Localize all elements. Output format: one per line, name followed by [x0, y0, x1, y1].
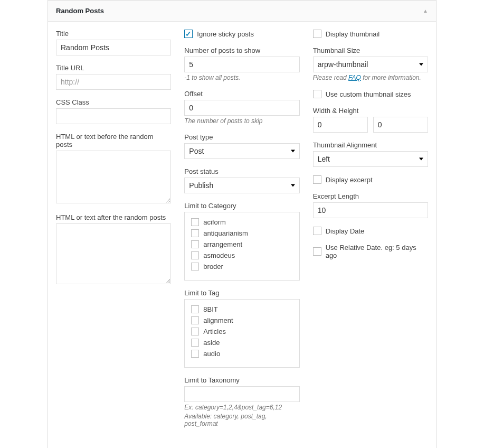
limit-taxonomy-help1: Ex: category=1,2,4&post_tag=6,12 [184, 404, 299, 411]
display-excerpt-label[interactable]: Display excerpt [326, 176, 373, 184]
category-label: arrangement [203, 240, 242, 248]
before-html-label: HTML or text before the random posts [56, 133, 171, 148]
column-left: Title Title URL CSS Class HTML or text b… [56, 30, 171, 436]
tag-checkbox[interactable] [191, 339, 199, 347]
width-input[interactable] [313, 117, 368, 133]
tag-checkbox[interactable] [191, 328, 199, 335]
limit-tag-label: Limit to Tag [184, 289, 299, 297]
limit-taxonomy-input[interactable] [184, 386, 299, 402]
tag-checkbox[interactable] [191, 305, 199, 313]
title-label: Title [56, 30, 171, 38]
num-posts-label: Number of posts to show [184, 46, 299, 54]
column-right: Display thumbnail Thumbnail Size arpw-th… [313, 30, 428, 436]
thumbnail-size-help: Please read FAQ for more information. [313, 74, 428, 81]
use-custom-thumb-checkbox[interactable] [313, 90, 321, 98]
list-item[interactable]: arrangement [191, 239, 292, 250]
thumbnail-alignment-select[interactable]: Left [313, 151, 428, 167]
css-class-label: CSS Class [56, 98, 171, 106]
post-status-select[interactable]: Publish [184, 178, 299, 193]
display-date-label[interactable]: Display Date [326, 227, 365, 235]
display-date-checkbox[interactable] [313, 227, 321, 235]
width-height-label: Width & Height [313, 107, 428, 115]
tag-label: alignment [203, 316, 233, 324]
list-item[interactable]: aside [191, 337, 292, 348]
list-item[interactable]: alignment [191, 315, 292, 326]
num-posts-input[interactable] [184, 57, 299, 72]
height-input[interactable] [373, 117, 428, 133]
tag-checkbox[interactable] [191, 350, 199, 358]
after-html-textarea[interactable] [56, 223, 171, 284]
category-checkbox[interactable] [191, 251, 199, 259]
title-url-input[interactable] [56, 74, 171, 90]
faq-link[interactable]: FAQ [348, 74, 361, 81]
category-checkbox[interactable] [191, 240, 199, 248]
use-custom-thumb-label[interactable]: Use custom thumbnail sizes [326, 90, 411, 98]
list-item[interactable]: audio [191, 348, 292, 359]
use-relative-date-checkbox[interactable] [313, 247, 321, 256]
category-checkbox[interactable] [191, 229, 199, 237]
list-item[interactable]: broder [191, 261, 292, 272]
limit-category-label: Limit to Category [184, 202, 299, 210]
after-html-label: HTML or text after the random posts [56, 213, 171, 221]
offset-help: The number of posts to skip [184, 117, 299, 125]
post-status-label: Post status [184, 167, 299, 175]
post-type-label: Post type [184, 133, 299, 141]
num-posts-help: -1 to show all posts. [184, 74, 299, 81]
title-url-label: Title URL [56, 64, 171, 72]
thumbnail-size-select[interactable]: arpw-thumbnail [313, 57, 428, 72]
use-relative-date-label[interactable]: Use Relative Date. eg: 5 days ago [326, 244, 428, 259]
collapse-icon[interactable]: ▲ [423, 8, 428, 14]
category-checkbox[interactable] [191, 218, 199, 226]
list-item[interactable]: antiquarianism [191, 228, 292, 239]
display-thumbnail-checkbox[interactable] [313, 30, 321, 38]
tag-label: audio [203, 350, 220, 358]
tag-checkbox[interactable] [191, 316, 199, 324]
limit-taxonomy-help2: Available: category, post_tag, post_form… [184, 413, 299, 427]
offset-label: Offset [184, 90, 299, 98]
excerpt-length-label: Excerpt Length [313, 192, 428, 200]
limit-taxonomy-label: Limit to Taxonomy [184, 376, 299, 384]
category-list[interactable]: aciformantiquarianismarrangementasmodeus… [184, 212, 299, 281]
before-html-textarea[interactable] [56, 151, 171, 203]
ignore-sticky-checkbox[interactable] [184, 30, 193, 38]
title-input[interactable] [56, 40, 171, 55]
thumbnail-alignment-label: Thumbnail Alignment [313, 141, 428, 149]
category-label: antiquarianism [203, 229, 248, 237]
column-middle: Ignore sticky posts Number of posts to s… [184, 30, 299, 436]
display-excerpt-checkbox[interactable] [313, 175, 321, 184]
tag-label: aside [203, 339, 220, 347]
category-checkbox[interactable] [191, 263, 199, 270]
list-item[interactable]: 8BIT [191, 304, 292, 315]
css-class-input[interactable] [56, 108, 171, 124]
list-item[interactable]: aciform [191, 217, 292, 228]
ignore-sticky-label[interactable]: Ignore sticky posts [197, 30, 254, 38]
tag-list[interactable]: 8BITalignmentArticlesasideaudio [184, 299, 299, 368]
thumbnail-size-label: Thumbnail Size [313, 46, 428, 54]
category-label: asmodeus [203, 251, 235, 259]
widget-title: Random Posts [56, 7, 104, 15]
tag-label: 8BIT [203, 305, 217, 313]
list-item[interactable]: asmodeus [191, 250, 292, 261]
list-item[interactable]: Articles [191, 326, 292, 337]
post-type-select[interactable]: Post [184, 143, 299, 159]
offset-input[interactable] [184, 100, 299, 116]
excerpt-length-input[interactable] [313, 202, 428, 218]
widget-header: Random Posts ▲ [48, 1, 436, 22]
category-label: aciform [203, 218, 226, 226]
display-thumbnail-label[interactable]: Display thumbnail [326, 30, 380, 38]
category-label: broder [203, 263, 223, 270]
tag-label: Articles [203, 328, 226, 335]
